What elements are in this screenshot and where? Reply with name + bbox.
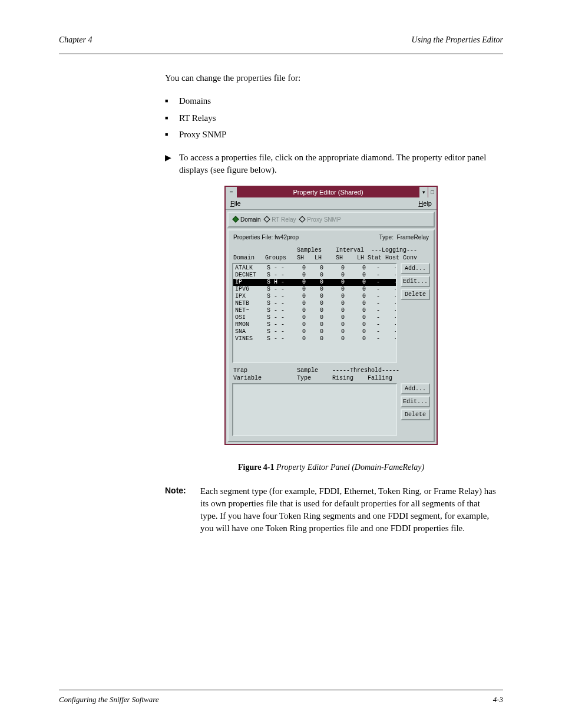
- bullet-text: RT Relays: [179, 110, 216, 127]
- titlebar[interactable]: – Property Editor (Shared) ▾ □: [226, 187, 437, 197]
- diamond-icon: [232, 216, 239, 222]
- table-row[interactable]: IPV6 S - - 0 0 0 0 - - -: [233, 286, 396, 293]
- radio-proxy-snmp[interactable]: Proxy SNMP: [300, 216, 340, 223]
- list-item: ■ Proxy SNMP: [165, 126, 497, 143]
- table-row[interactable]: DECNET S - - 0 0 0 0 - - -: [233, 272, 396, 279]
- edit-button[interactable]: Edit...: [401, 276, 430, 287]
- type-label: Type: FrameRelay: [379, 234, 429, 241]
- trap-edit-button[interactable]: Edit...: [401, 396, 430, 407]
- note-text: Each segment type (for example, FDDI, Et…: [200, 485, 497, 535]
- footer-page: 4-3: [493, 695, 503, 704]
- figure-caption: Figure 4-1 Property Editor Panel (Domain…: [165, 463, 497, 472]
- header-rule: [59, 54, 503, 54]
- window-title: Property Editor (Shared): [237, 189, 419, 196]
- header-chapter: Chapter 4: [59, 35, 92, 45]
- trap-headers: Trap Sample -----Threshold----- Variable…: [232, 363, 430, 383]
- instruction-text: To access a properties file, click on th…: [179, 151, 497, 176]
- table-row[interactable]: IP S H - 0 0 0 0 - - -: [233, 279, 396, 286]
- minimize-icon[interactable]: ▾: [419, 187, 428, 197]
- radio-rt-relay[interactable]: RT Relay: [265, 216, 296, 223]
- note-label: Note:: [165, 485, 200, 535]
- footer-title: Configuring the Sniffer Software: [59, 695, 159, 704]
- bullet-list: ■ Domains ■ RT Relays ■ Proxy SNMP: [165, 93, 497, 143]
- menu-help[interactable]: Help: [418, 200, 432, 207]
- arrow-icon: ▶: [165, 151, 179, 163]
- bullet-icon: ■: [165, 126, 179, 140]
- bullet-text: Proxy SNMP: [179, 126, 226, 143]
- column-headers: Samples Interval ---Logging--- Domain Gr…: [232, 246, 430, 263]
- table-row[interactable]: ATALK S - - 0 0 0 0 - - -: [233, 265, 396, 272]
- menubar: File Help: [226, 197, 437, 210]
- maximize-icon[interactable]: □: [428, 187, 437, 197]
- trap-add-button[interactable]: Add...: [401, 383, 430, 394]
- intro-text: You can change the properties file for:: [165, 72, 497, 84]
- radio-domain[interactable]: Domain: [233, 216, 260, 223]
- property-editor-window: – Property Editor (Shared) ▾ □ File Help…: [224, 186, 438, 446]
- table-row[interactable]: RMON S - - 0 0 0 0 - - -: [233, 321, 396, 328]
- diamond-icon: [299, 216, 306, 222]
- properties-file-label: Properties File: fw42prop: [233, 234, 299, 241]
- main-panel: Properties File: fw42prop Type: FrameRel…: [227, 229, 435, 442]
- table-row[interactable]: NETB S - - 0 0 0 0 - - -: [233, 300, 396, 307]
- header-section: Using the Properties Editor: [412, 35, 503, 45]
- delete-button[interactable]: Delete: [401, 289, 430, 300]
- system-menu-icon[interactable]: –: [226, 187, 237, 197]
- trap-listbox[interactable]: [232, 383, 397, 436]
- domain-listbox[interactable]: ATALK S - - 0 0 0 0 - - -DECNET S - - 0 …: [232, 263, 397, 363]
- page-footer: Configuring the Sniffer Software 4-3: [59, 690, 503, 704]
- menu-file[interactable]: File: [230, 200, 241, 207]
- diamond-icon: [264, 216, 270, 222]
- table-row[interactable]: SNA S - - 0 0 0 0 - - -: [233, 328, 396, 335]
- table-row[interactable]: NET~ S - - 0 0 0 0 - - -: [233, 307, 396, 314]
- table-row[interactable]: VINES S - - 0 0 0 0 - - -: [233, 335, 396, 342]
- add-button[interactable]: Add...: [401, 263, 430, 274]
- bullet-text: Domains: [179, 93, 211, 110]
- radio-group: Domain RT Relay Proxy SNMP: [227, 212, 435, 228]
- trap-delete-button[interactable]: Delete: [401, 409, 430, 420]
- list-item: ■ RT Relays: [165, 110, 497, 127]
- bullet-icon: ■: [165, 93, 179, 106]
- list-item: ■ Domains: [165, 93, 497, 110]
- table-row[interactable]: IPX S - - 0 0 0 0 - - -: [233, 293, 396, 300]
- note: Note: Each segment type (for example, FD…: [165, 485, 497, 535]
- bullet-icon: ■: [165, 110, 179, 123]
- table-row[interactable]: OSI S - - 0 0 0 0 - - -: [233, 314, 396, 321]
